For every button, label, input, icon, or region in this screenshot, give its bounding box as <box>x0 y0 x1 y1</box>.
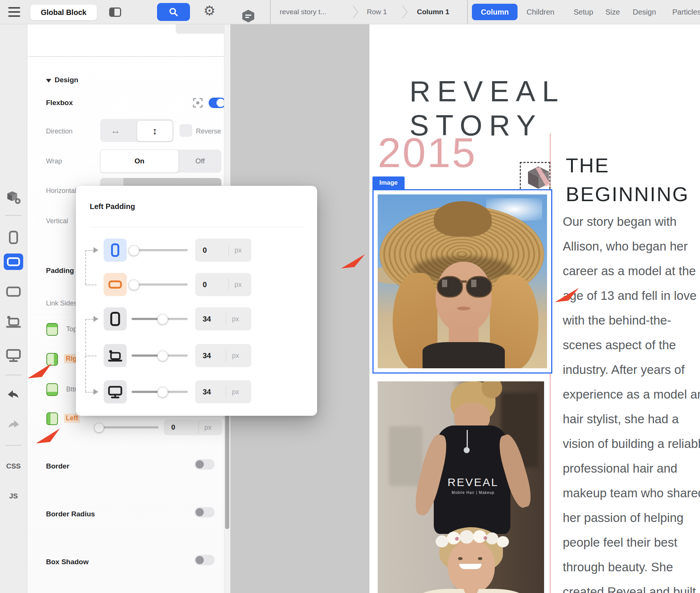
sidebar-toggle-icon[interactable] <box>109 7 121 17</box>
collapse-triangle-icon[interactable] <box>46 79 51 83</box>
hexagon-logo-icon[interactable] <box>242 10 254 22</box>
popup-slider-knob-4[interactable] <box>157 351 168 361</box>
desktop-icon[interactable] <box>0 348 27 363</box>
popup-slider-knob-1[interactable] <box>129 245 139 256</box>
element-tag[interactable]: Image <box>372 176 405 189</box>
breadcrumb-item-root[interactable]: reveal story t... <box>280 0 326 24</box>
laptop-icon[interactable] <box>0 314 27 329</box>
paragraph-line: created Reveal and built <box>563 580 700 593</box>
paragraph-line: her passion of helping <box>563 506 700 530</box>
redo-icon[interactable] <box>0 419 27 431</box>
topbar-divider <box>270 0 271 24</box>
undo-icon[interactable] <box>0 389 27 402</box>
breakpoint-connector <box>85 250 86 285</box>
paragraph-line: with the behind-the- <box>563 308 700 333</box>
horizontal-label: Horizontal <box>46 187 76 195</box>
reverse-checkbox[interactable] <box>179 124 192 137</box>
popup-slider-knob-5[interactable] <box>157 387 168 397</box>
flexbox-toggle[interactable] <box>209 98 226 108</box>
canvas-page[interactable]: REVEAL STORY 2015 Image <box>369 24 700 593</box>
border-toggle[interactable] <box>194 459 215 470</box>
tablet-icon[interactable] <box>104 307 127 331</box>
shirt-logo-subtext: Mobile Hair | Makeup <box>438 491 509 495</box>
popup-divider <box>90 227 303 227</box>
tab-size[interactable]: Size <box>605 4 620 20</box>
paragraph-line: scenes aspect of the <box>563 333 700 357</box>
laptop-icon[interactable] <box>104 344 127 367</box>
popup-slider-knob-3[interactable] <box>157 314 168 325</box>
photo-stylist-and-bride[interactable]: REVEAL Mobile Hair | Makeup <box>378 381 544 593</box>
hamburger-icon[interactable] <box>8 7 20 17</box>
scrolled-control-remnant <box>176 23 228 34</box>
paragraph-line: career as a model at the <box>563 259 700 283</box>
padding-section-header: Padding <box>46 267 74 275</box>
global-block-label: Global Block <box>41 8 86 17</box>
year-text[interactable]: 2015 <box>378 129 477 177</box>
paragraph-line: industry. After years of <box>563 357 700 382</box>
vertical-label: Vertical <box>46 217 68 225</box>
annotation-arrow-left-padding <box>36 427 61 443</box>
padding-left-label: Left <box>64 414 80 423</box>
direction-horizontal-icon[interactable]: ↔ <box>111 125 120 136</box>
focus-mode-icon[interactable] <box>192 97 203 110</box>
padding-top-icon[interactable] <box>46 323 58 336</box>
tab-design[interactable]: Design <box>633 4 656 20</box>
tab-setup[interactable]: Setup <box>574 4 593 20</box>
design-section-header[interactable]: Design <box>55 76 78 84</box>
padding-left-value-field[interactable]: 0 px <box>164 420 222 435</box>
breadcrumb-item-row[interactable]: Row 1 <box>367 0 387 24</box>
tab-particles[interactable]: Particles <box>672 4 700 20</box>
popup-value-field-2[interactable]: 0 px <box>195 273 251 296</box>
popup-value-field-3[interactable]: 34 px <box>195 307 251 331</box>
direction-segmented-control[interactable]: ↔ ↕ <box>100 119 174 142</box>
js-button[interactable]: JS <box>0 492 27 500</box>
element-cube-icon <box>525 165 552 190</box>
breadcrumb-item-column[interactable]: Column 1 <box>417 0 449 24</box>
wrap-off-option[interactable]: Off <box>179 150 221 173</box>
box-shadow-toggle[interactable] <box>194 555 215 565</box>
direction-vertical-option[interactable]: ↕ <box>137 120 173 141</box>
story-paragraph[interactable]: Our story began withAllison, who began h… <box>563 209 700 593</box>
popup-slider-2[interactable] <box>132 283 188 286</box>
selected-image-element[interactable] <box>372 189 552 374</box>
phone-landscape-icon[interactable] <box>104 273 127 296</box>
padding-left-slider-knob[interactable] <box>94 423 104 433</box>
padding-left-slider[interactable] <box>98 426 159 428</box>
tablet-icon[interactable] <box>0 286 27 298</box>
border-label: Border <box>46 462 69 470</box>
popup-value-field-5[interactable]: 34 px <box>195 380 251 403</box>
paragraph-line: vision of building a reliable <box>563 431 700 456</box>
phone-portrait-icon[interactable] <box>104 239 127 262</box>
css-button[interactable]: CSS <box>0 462 27 470</box>
section-subheading[interactable]: THE BEGINNING <box>566 151 700 209</box>
add-element-icon[interactable] <box>0 191 27 204</box>
reverse-label: Reverse <box>196 127 221 135</box>
desktop-icon[interactable] <box>104 380 127 403</box>
phone-portrait-icon[interactable] <box>0 230 27 245</box>
popup-value-field-1[interactable]: 0 px <box>195 239 251 262</box>
popup-slider-knob-2[interactable] <box>129 280 139 290</box>
padding-bottom-icon[interactable] <box>46 383 58 396</box>
tab-column[interactable]: Column <box>472 4 518 20</box>
horizontal-alignment-control[interactable] <box>100 178 221 186</box>
topbar-divider <box>467 0 468 24</box>
padding-left-value[interactable]: 0 <box>171 423 175 431</box>
padding-top-label: Top <box>66 325 77 333</box>
search-button[interactable] <box>157 3 190 21</box>
wrap-on-option[interactable]: On <box>100 150 179 173</box>
popup-slider-1[interactable] <box>132 249 188 251</box>
padding-left-icon[interactable] <box>46 412 58 425</box>
border-radius-toggle[interactable] <box>194 507 215 517</box>
flower-crown <box>436 530 509 547</box>
tab-children[interactable]: Children <box>526 4 554 20</box>
app-window: { "topbar": { "global_block_label": "Glo… <box>0 0 700 593</box>
paragraph-line: experience as a model and <box>563 382 700 407</box>
wrap-segmented-control[interactable]: On Off <box>100 150 221 173</box>
panel-scrollbar-thumb[interactable] <box>225 402 229 529</box>
inherit-arrow-icon <box>93 389 98 395</box>
popup-value-field-4[interactable]: 34 px <box>195 344 251 367</box>
gear-icon[interactable]: ⚙ <box>203 4 215 18</box>
phone-landscape-icon[interactable] <box>4 254 23 270</box>
global-block-button[interactable]: Global Block <box>30 4 97 21</box>
padding-left-unit: px <box>205 424 212 431</box>
